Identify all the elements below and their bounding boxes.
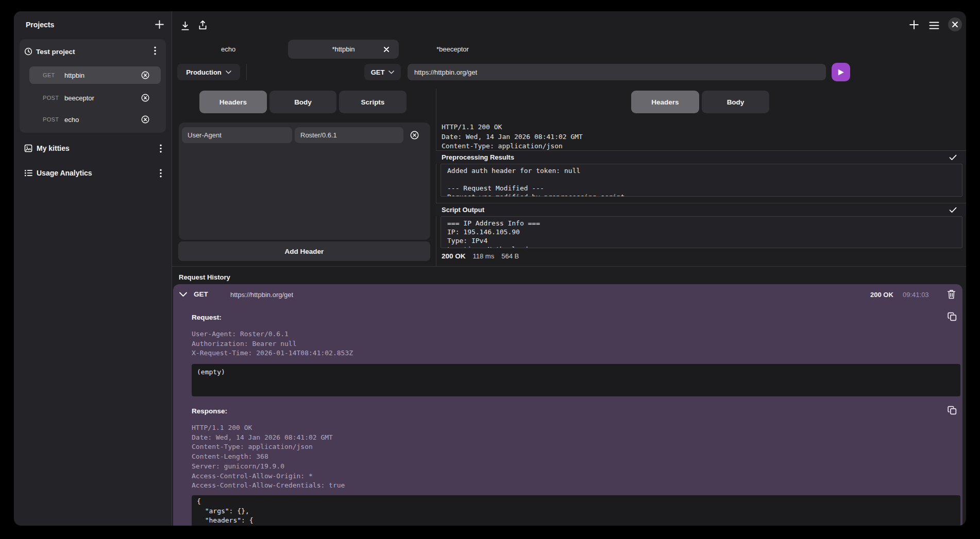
history-request-headers: User-Agent: Roster/0.6.1 Authorization: …: [192, 329, 353, 358]
tab-response-headers[interactable]: Headers: [631, 91, 699, 113]
add-header-button[interactable]: Add Header: [178, 241, 430, 261]
close-window-button[interactable]: [948, 18, 962, 31]
add-project-button[interactable]: [155, 20, 164, 31]
script-output-box: === IP Address Info === IP: 195.146.105.…: [441, 216, 962, 248]
chevron-down-icon: [388, 71, 394, 74]
chevron-down-icon[interactable]: [179, 292, 187, 297]
remove-header-icon[interactable]: [410, 131, 419, 140]
copy-icon[interactable]: [948, 406, 957, 415]
url-input[interactable]: https://httpbin.org/get: [408, 64, 826, 80]
my-kitties-menu-button[interactable]: [157, 144, 164, 152]
clock-icon: [24, 47, 32, 56]
preprocessing-results-header: Preprocessing Results: [436, 150, 966, 164]
remove-request-icon[interactable]: [141, 71, 149, 79]
import-button[interactable]: [181, 21, 190, 33]
project-group: Test project GET httpbin POST beeceptor: [20, 39, 166, 133]
preprocessing-results-output: Added auth header for token: null --- Re…: [441, 164, 962, 197]
request-method-label: GET: [43, 72, 64, 78]
close-tab-icon[interactable]: [384, 47, 389, 52]
request-method-label: POST: [43, 95, 64, 101]
panel-divider: [436, 89, 436, 266]
new-tab-button[interactable]: [909, 20, 919, 31]
list-icon: [24, 169, 32, 177]
tab-request-body[interactable]: Body: [269, 91, 336, 113]
tab-request-headers[interactable]: Headers: [199, 91, 267, 113]
tab-beeceptor[interactable]: *beeceptor: [436, 45, 469, 53]
project-menu-button[interactable]: [151, 46, 159, 55]
copy-icon[interactable]: [948, 312, 957, 321]
chevron-down-icon: [226, 71, 231, 74]
plus-icon: [155, 20, 164, 29]
headers-editor: User-Agent Roster/0.6.1: [179, 123, 430, 240]
image-icon: [24, 144, 32, 152]
history-time: 09:41:03: [903, 291, 929, 299]
usage-analytics-menu-button[interactable]: [157, 169, 164, 177]
script-output-header: Script Output: [436, 203, 966, 216]
sidebar-item-echo[interactable]: POST echo: [29, 111, 161, 128]
history-response-body: { "args": {}, "headers": {: [192, 495, 960, 526]
app-window: Projects Test project GET httpbin: [14, 11, 966, 526]
hamburger-icon: [929, 22, 939, 29]
tab-httpbin-active[interactable]: *httpbin: [288, 40, 399, 59]
request-history-title: Request History: [179, 273, 230, 281]
project-group-header[interactable]: Test project: [24, 47, 161, 56]
export-button[interactable]: [198, 20, 207, 32]
response-headers-output: HTTP/1.1 200 OK Date: Wed, 14 Jan 2026 0…: [442, 123, 957, 150]
upload-icon: [198, 20, 207, 30]
plus-icon: [909, 20, 919, 29]
close-icon: [952, 22, 958, 27]
play-icon: [837, 68, 844, 76]
check-icon: [949, 154, 957, 161]
history-method: GET: [194, 290, 208, 298]
header-value-input[interactable]: Roster/0.6.1: [295, 127, 403, 143]
history-response-headers: HTTP/1.1 200 OK Date: Wed, 14 Jan 2026 0…: [192, 423, 345, 491]
check-icon: [949, 207, 957, 213]
status-code: 200 OK: [442, 252, 466, 260]
status-time: 118 ms: [473, 252, 495, 260]
sidebar-item-httpbin[interactable]: GET httpbin: [29, 66, 161, 84]
tab-request-scripts[interactable]: Scripts: [339, 91, 407, 113]
toolbar-divider: [246, 64, 247, 80]
tab-echo[interactable]: echo: [221, 45, 235, 53]
history-response-label: Response:: [192, 407, 227, 415]
history-request-label: Request:: [192, 314, 222, 321]
sidebar-title: Projects: [26, 21, 54, 29]
request-method-label: POST: [43, 116, 64, 123]
send-request-button[interactable]: [832, 63, 850, 81]
project-group-label: Test project: [36, 48, 75, 56]
history-status: 200 OK: [870, 291, 893, 299]
app-menu-button[interactable]: [929, 22, 939, 31]
history-request-body: (empty): [192, 364, 960, 396]
remove-request-icon[interactable]: [141, 115, 149, 124]
history-entry-card: GET https://httpbin.org/get 200 OK 09:41…: [173, 284, 962, 526]
response-status-bar: 200 OK 118 ms 564 B: [442, 252, 519, 260]
section-divider: [172, 266, 966, 267]
status-size: 564 B: [501, 252, 519, 260]
history-url: https://httpbin.org/get: [230, 291, 293, 299]
remove-request-icon[interactable]: [141, 94, 149, 102]
tab-response-body[interactable]: Body: [702, 91, 769, 113]
method-dropdown[interactable]: GET: [364, 64, 401, 80]
sidebar-group-usage-analytics[interactable]: Usage Analytics: [24, 168, 161, 178]
sidebar-group-my-kitties[interactable]: My kitties: [24, 143, 161, 153]
tab-label: *httpbin: [332, 45, 354, 53]
sidebar-item-beeceptor[interactable]: POST beeceptor: [29, 89, 161, 107]
download-icon: [181, 21, 190, 31]
header-key-input[interactable]: User-Agent: [182, 127, 292, 143]
sidebar: Projects Test project GET httpbin: [14, 11, 172, 526]
environment-dropdown[interactable]: Production: [177, 64, 240, 80]
trash-icon[interactable]: [947, 289, 956, 299]
